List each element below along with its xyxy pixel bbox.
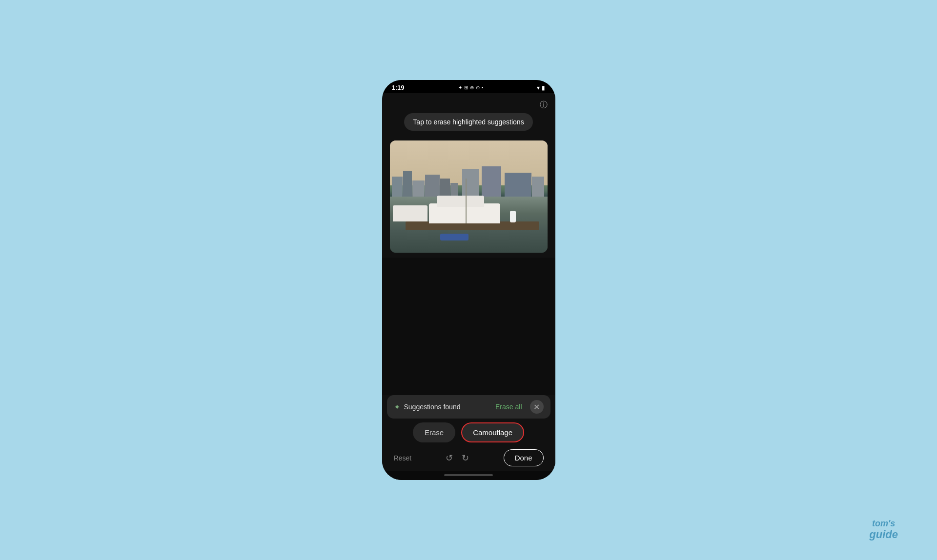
status-icons-left: ✦ ⊞ ⊕ ⊙ •	[458, 85, 484, 90]
redo-button[interactable]: ↻	[462, 453, 469, 463]
icon2: ⊞	[464, 85, 468, 90]
suggestions-bar: ✦ Suggestions found Erase all ✕	[387, 395, 550, 419]
toms-guide-watermark: tom's guide	[869, 519, 898, 540]
building-1	[392, 177, 403, 199]
suggestions-text: Suggestions found	[404, 403, 461, 411]
building-xl	[482, 166, 501, 199]
done-button[interactable]: Done	[504, 449, 544, 466]
erase-button[interactable]: Erase	[413, 422, 455, 442]
home-indicator	[382, 471, 555, 480]
home-bar	[444, 474, 493, 476]
google-icon: ✦	[458, 85, 462, 90]
reset-button[interactable]: Reset	[394, 454, 412, 462]
left-boat	[393, 205, 428, 221]
status-right: ▾ ▮	[537, 84, 545, 91]
main-content: ⓘ Tap to erase highlighted suggestions	[382, 93, 555, 480]
close-suggestions-button[interactable]: ✕	[530, 400, 544, 414]
building-large	[462, 169, 479, 199]
blue-item	[440, 234, 468, 240]
building-4	[425, 175, 440, 199]
status-time: 1:19	[392, 84, 405, 91]
photo-container[interactable]	[390, 140, 548, 253]
guide-text: guide	[869, 529, 898, 540]
erase-all-button[interactable]: Erase all	[491, 401, 526, 413]
battery-icon: ▮	[542, 84, 545, 91]
tooltip-bubble: Tap to erase highlighted suggestions	[404, 113, 532, 131]
toms-text: tom's	[869, 519, 898, 529]
help-icon[interactable]: ⓘ	[540, 100, 548, 110]
photo-background	[390, 140, 548, 253]
top-section: ⓘ Tap to erase highlighted suggestions	[382, 93, 555, 136]
building-right	[532, 177, 544, 199]
undo-redo-group: ↺ ↻	[446, 453, 469, 463]
empty-middle	[382, 258, 555, 395]
boat-cabin	[437, 196, 484, 207]
mast	[466, 179, 467, 223]
icon4: ⊙	[476, 85, 480, 90]
wifi-icon: ▾	[537, 84, 540, 91]
tooltip-text: Tap to erase highlighted suggestions	[413, 118, 524, 126]
suggestions-right: Erase all ✕	[491, 400, 543, 414]
action-row: Reset ↺ ↻ Done	[382, 447, 555, 471]
dot-icon: •	[482, 85, 484, 90]
phone-frame: 1:19 ✦ ⊞ ⊕ ⊙ • ▾ ▮ ⓘ Tap to erase highli…	[382, 80, 555, 480]
status-bar: 1:19 ✦ ⊞ ⊕ ⊙ • ▾ ▮	[382, 80, 555, 93]
building-2	[403, 171, 412, 199]
building-wide	[505, 173, 531, 199]
page-background: 1:19 ✦ ⊞ ⊕ ⊙ • ▾ ▮ ⓘ Tap to erase highli…	[0, 0, 937, 560]
suggestions-left: ✦ Suggestions found	[394, 402, 461, 412]
undo-button[interactable]: ↺	[446, 453, 453, 463]
icon3: ⊕	[470, 85, 474, 90]
tool-row: Erase Camouflage	[382, 422, 555, 447]
camouflage-button[interactable]: Camouflage	[461, 422, 524, 442]
sparkle-icon: ✦	[394, 402, 400, 412]
buildings-row	[390, 159, 548, 199]
bottom-panel: ✦ Suggestions found Erase all ✕ Erase Ca…	[382, 395, 555, 471]
highlighted-figure	[510, 211, 516, 222]
